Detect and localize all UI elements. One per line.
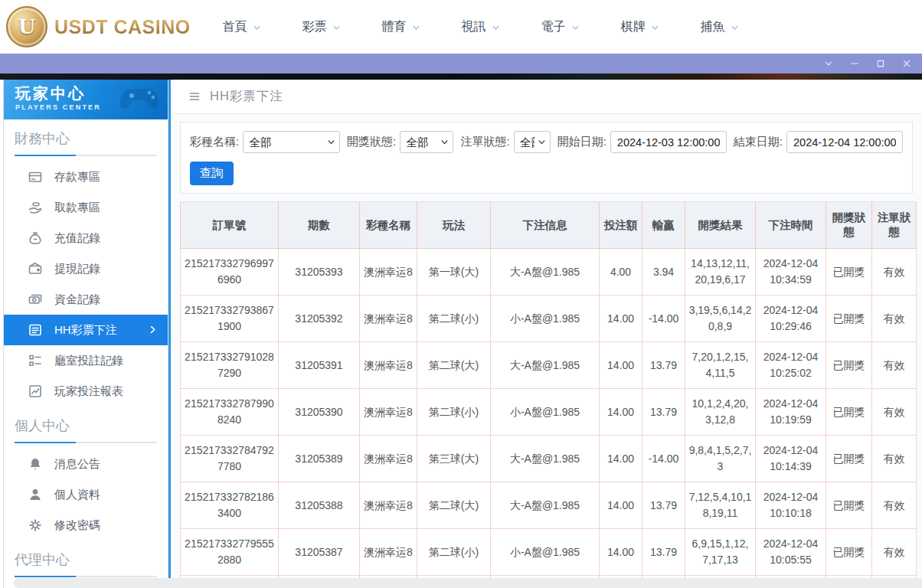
nav-label: 彩票 (302, 19, 327, 35)
table-row: 215217332791028729031205391澳洲幸运8第二球(大)大-… (181, 342, 917, 389)
sidebar-item-label: 廳室投註記錄 (54, 354, 123, 368)
col-header-bet-time: 下注時間 (756, 202, 826, 249)
col-header-play: 玩法 (417, 202, 491, 249)
order-status-select-wrap: 全部 (514, 131, 551, 153)
cell-order-no: 2152173327847927780 (181, 436, 279, 482)
cell-period: 31205392 (279, 296, 360, 342)
banknotes-icon (28, 292, 43, 307)
cell-period: 31205388 (279, 482, 360, 529)
cell-period: 31205389 (279, 436, 360, 482)
window-close-icon[interactable] (902, 59, 911, 68)
sidebar-item-deposit[interactable]: 存款專區 (4, 162, 168, 192)
chevron-down-icon (650, 23, 660, 33)
nav-label: 棋牌 (621, 19, 646, 35)
cell-lottery-name: 澳洲幸运8 (360, 296, 417, 342)
end-date-label: 結束日期: (734, 135, 783, 149)
cell-play: 第二球(大) (417, 482, 491, 529)
nav-item-lottery[interactable]: 彩票 (282, 19, 361, 35)
gamepad-icon (116, 83, 163, 113)
sidebar-item-fund-records[interactable]: 資金記錄 (4, 284, 168, 315)
sidebar-item-label: 玩家投注報表 (54, 384, 123, 399)
col-header-draw-status: 開獎狀態 (826, 202, 872, 249)
sidebar-item-player-bet-report[interactable]: 玩家投注報表 (4, 376, 168, 407)
col-header-bet-info: 下注信息 (491, 202, 600, 249)
main-panel: HH彩票下注 彩種名稱:全部開獎狀態:全部注單狀態:全部開始日期:結束日期: 查… (168, 80, 922, 588)
order-status-select[interactable]: 全部 (514, 131, 551, 153)
cell-bet-time: 2024-12-04 10:19:59 (756, 389, 826, 436)
sidebar-item-change-password[interactable]: 修改密碼 (4, 510, 168, 541)
col-header-amount: 投注額 (600, 202, 642, 249)
cell-play: 第二球(大) (417, 342, 491, 389)
cell-play: 第三球(大) (417, 436, 491, 482)
cell-order-no: 2152173327879908240 (181, 389, 279, 436)
table-header-row: 訂單號期數彩種名稱玩法下注信息投注額輸贏開獎結果下注時間開獎狀態注單狀態 (181, 202, 917, 249)
main-nav: 首頁彩票體育視訊電子棋牌捕魚 (181, 19, 922, 35)
sidebar-item-recharge-records[interactable]: 充值記錄 (4, 223, 168, 253)
window-maximize-icon[interactable] (876, 59, 885, 68)
cell-play: 第二球(小) (417, 296, 491, 342)
start-date-input[interactable] (610, 131, 727, 153)
chevron-right-icon (148, 325, 158, 335)
window-titlebar (0, 54, 922, 74)
hamburger-menu-icon[interactable] (188, 90, 201, 103)
cell-order-no: 2152173327969976960 (181, 249, 279, 296)
deposit-card-icon (28, 169, 43, 185)
window-chevron-down-icon[interactable] (824, 59, 833, 68)
breadcrumb: HH彩票下注 (171, 80, 922, 114)
filter-fields: 彩種名稱:全部開獎狀態:全部注單狀態:全部開始日期:結束日期: (190, 131, 903, 153)
chevron-down-icon (332, 23, 342, 33)
sidebar-item-announcements[interactable]: 消息公告 (4, 449, 168, 479)
cell-lottery-name: 澳洲幸运8 (360, 249, 417, 296)
sidebar-item-hh-lottery-bets[interactable]: HH彩票下注 (4, 315, 168, 345)
cell-bet-info: 大-A盤@1.985 (491, 436, 600, 482)
search-button[interactable]: 查詢 (190, 162, 234, 185)
table-row: 215217332782186340031205388澳洲幸运8第二球(大)大-… (181, 482, 917, 529)
draw-status-select-wrap: 全部 (400, 131, 453, 153)
cell-lottery-name: 澳洲幸运8 (360, 389, 417, 436)
sidebar-item-hall-bet-records[interactable]: 廳室投註記錄 (4, 345, 168, 376)
table-row: 215217332796997696031205393澳洲幸运8第一球(大)大-… (181, 249, 917, 296)
nav-item-home[interactable]: 首頁 (202, 19, 282, 35)
order-status-label: 注單狀態: (460, 135, 509, 149)
table-row: 215217332793867190031205392澳洲幸运8第二球(小)小-… (181, 296, 917, 342)
brand-logo[interactable]: U USDT CASINO (0, 6, 181, 47)
nav-item-sports[interactable]: 體育 (361, 19, 441, 35)
nav-item-electronic[interactable]: 電子 (521, 19, 600, 35)
cell-draw-status: 已開獎 (826, 342, 872, 389)
cell-bet-info: 小-A盤@1.985 (491, 296, 600, 342)
brand-name: USDT CASINO (54, 16, 191, 38)
sidebar-item-profile[interactable]: 個人資料 (4, 479, 168, 510)
cell-bet-time: 2024-12-04 10:34:59 (756, 249, 826, 296)
cell-win-loss: 13.79 (642, 342, 685, 389)
sidebar-item-withdraw[interactable]: 取款專區 (4, 192, 168, 223)
cell-order-status: 有效 (872, 342, 917, 389)
cell-amount: 14.00 (600, 342, 642, 389)
cell-order-status: 有效 (872, 436, 917, 482)
nav-label: 捕魚 (701, 19, 725, 35)
cell-win-loss: 3.94 (642, 249, 685, 296)
cell-order-no: 2152173327821863400 (181, 482, 279, 529)
cell-draw-status: 已開獎 (826, 249, 872, 296)
hall-list-icon (28, 353, 43, 368)
bet-table-wrap: 訂單號期數彩種名稱玩法下注信息投注額輸贏開獎結果下注時間開獎狀態注單狀態2152… (180, 201, 922, 588)
col-header-order-no: 訂單號 (181, 202, 279, 249)
horizontal-scrollbar[interactable] (14, 578, 922, 588)
person-icon (28, 487, 43, 502)
cell-result: 7,20,1,2,15,4,11,5 (685, 342, 756, 389)
draw-status-select[interactable]: 全部 (400, 131, 453, 153)
cell-draw-status: 已開獎 (826, 529, 872, 576)
sidebar-item-withdrawal-records[interactable]: 提現記錄 (4, 253, 168, 284)
cell-amount: 14.00 (600, 296, 642, 342)
nav-item-chess[interactable]: 棋牌 (600, 19, 680, 35)
sidebar-item-label: 消息公告 (54, 457, 100, 472)
cell-order-no: 2152173327938671900 (181, 296, 279, 342)
nav-item-video[interactable]: 視訊 (441, 19, 521, 35)
cell-order-status: 有效 (872, 296, 917, 342)
window-minimize-icon[interactable] (850, 59, 859, 68)
nav-label: 電子 (541, 19, 566, 35)
lottery-name-select-wrap: 全部 (243, 131, 340, 153)
lottery-name-select[interactable]: 全部 (243, 131, 340, 153)
nav-item-fishing[interactable]: 捕魚 (680, 19, 760, 35)
end-date-input[interactable] (786, 131, 903, 153)
cell-period: 31205391 (279, 342, 360, 389)
